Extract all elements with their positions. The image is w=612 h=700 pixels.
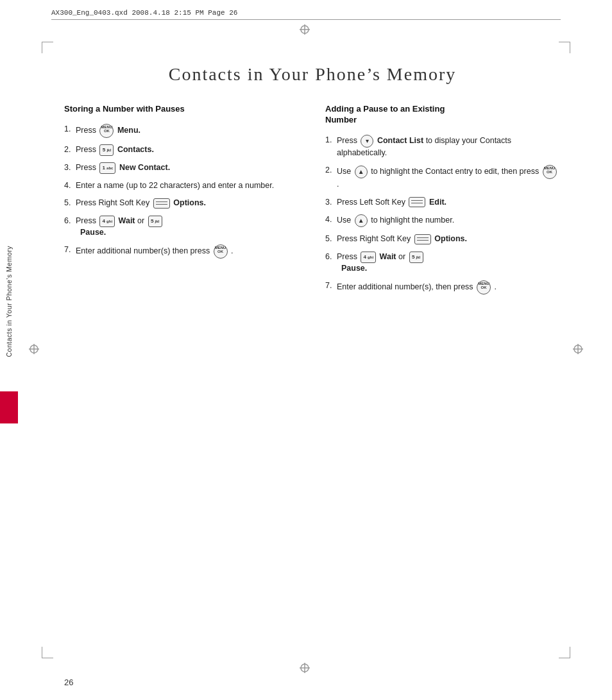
corner-mark-bl — [42, 647, 53, 658]
wait-label-r6: Wait — [380, 252, 396, 261]
left-step-list: 1. Press MENUOK Menu. 2. Press 5 jkl Con… — [64, 124, 300, 259]
soft-key-icon-r5 — [414, 234, 431, 244]
step-num: 7. — [64, 244, 71, 256]
left-step-7: 7. Enter additional number(s) then press… — [64, 244, 300, 259]
right-step-6: 6. Press 4 ghi Wait or 5 jkl Pause. — [325, 252, 561, 275]
step-num: 1. — [325, 135, 332, 146]
step-num: 2. — [325, 165, 332, 176]
soft-key-icon-r3 — [409, 197, 425, 207]
step-num: 6. — [325, 252, 332, 263]
nav-key-icon-r4: ▲ — [355, 214, 368, 227]
step-num: 5. — [325, 234, 332, 245]
right-step-4: 4. Use ▲ to highlight the number. — [325, 214, 561, 227]
left-step-2: 2. Press 5 jkl Contacts. — [64, 144, 300, 156]
edit-label: Edit. — [429, 198, 446, 207]
right-step-list: 1. Press ▾ Contact List to display your … — [325, 135, 561, 295]
step-num: 3. — [64, 162, 71, 174]
step-num: 3. — [325, 197, 332, 209]
corner-mark-tl — [42, 42, 53, 53]
header-text: AX300_Eng_0403.qxd 2008.4.18 2:15 PM Pag… — [51, 9, 237, 17]
step-num: 4. — [325, 214, 332, 226]
reg-mark-left — [29, 344, 39, 357]
header-line: AX300_Eng_0403.qxd 2008.4.18 2:15 PM Pag… — [51, 9, 561, 20]
left-step-5: 5. Press Right Soft Key Options. — [64, 198, 300, 209]
wait-label: Wait — [119, 216, 135, 225]
step-4-text: Enter a name (up to 22 characters) and e… — [76, 181, 274, 190]
step-1-label: Menu. — [117, 126, 140, 135]
step-num: 7. — [325, 280, 332, 292]
side-tab-accent-bar — [0, 391, 18, 423]
left-step-4: 4. Enter a name (up to 22 characters) an… — [64, 180, 300, 192]
options-label-r5: Options. — [434, 234, 467, 243]
step-2-label: Contacts. — [117, 145, 154, 154]
step-5-label: Options. — [173, 198, 206, 207]
menu-ok-key-icon: MENUOK — [99, 124, 114, 138]
reg-mark-top — [300, 24, 312, 37]
reg-mark-right — [573, 344, 583, 357]
nav-key-icon-r2: ▲ — [355, 166, 368, 178]
4ghi-key-icon-l6: 4 ghi — [99, 216, 115, 227]
4ghi-key-icon-r6: 4 ghi — [361, 252, 376, 263]
pause-label-l6: Pause. — [80, 228, 106, 237]
right-step-1: 1. Press ▾ Contact List to display your … — [325, 135, 561, 159]
left-column: Storing a Number with Pauses 1. Press ME… — [64, 104, 300, 301]
step-num: 5. — [64, 198, 71, 209]
right-step-7: 7. Enter additional number(s), then pres… — [325, 280, 561, 295]
right-step-2: 2. Use ▲ to highlight the Contact entry … — [325, 165, 561, 191]
right-step-5: 5. Press Right Soft Key Options. — [325, 234, 561, 245]
1abc-key-icon: 1 abc — [99, 162, 115, 174]
main-content: Contacts in Your Phone’s Memory Storing … — [64, 51, 561, 649]
soft-key-icon-5 — [153, 198, 170, 209]
menu-ok-key-icon-r7: MENUOK — [477, 280, 491, 295]
right-section-heading: Adding a Pause to an ExistingNumber — [325, 104, 561, 126]
left-step-1: 1. Press MENUOK Menu. — [64, 124, 300, 138]
left-step-6: 6. Press 4 ghi Wait or 5 jkl Pause. — [64, 216, 300, 239]
step-num: 4. — [64, 180, 71, 192]
menu-ok-key-icon-r2: MENUOK — [543, 165, 557, 179]
columns-container: Storing a Number with Pauses 1. Press ME… — [64, 104, 561, 301]
step-num: 6. — [64, 216, 71, 227]
step-3-label: New Contact. — [119, 163, 170, 172]
left-section-heading: Storing a Number with Pauses — [64, 104, 300, 115]
5jkl-key-icon: 5 jkl — [99, 144, 114, 156]
5jkl-key-icon-r6: 5 jkl — [409, 252, 423, 263]
side-tab-label: Contacts in Your Phone’s Memory — [5, 246, 13, 357]
page-number: 26 — [64, 678, 73, 687]
page-title: Contacts in Your Phone’s Memory — [64, 64, 561, 85]
step-num: 2. — [64, 144, 71, 156]
5jkl-key-icon-l6: 5 jkl — [148, 216, 162, 227]
right-step-3: 3. Press Left Soft Key Edit. — [325, 197, 561, 209]
pause-label-r6: Pause. — [341, 264, 367, 273]
right-column: Adding a Pause to an ExistingNumber 1. P… — [325, 104, 561, 301]
menu-ok-key-icon-l7: MENUOK — [214, 244, 228, 259]
left-step-3: 3. Press 1 abc New Contact. — [64, 162, 300, 174]
nav-key-icon-r1: ▾ — [361, 135, 373, 148]
reg-mark-bottom — [300, 663, 312, 676]
contact-list-label: Contact List — [377, 136, 423, 145]
side-tab: Contacts in Your Phone’s Memory — [0, 180, 18, 423]
step-num: 1. — [64, 124, 71, 135]
